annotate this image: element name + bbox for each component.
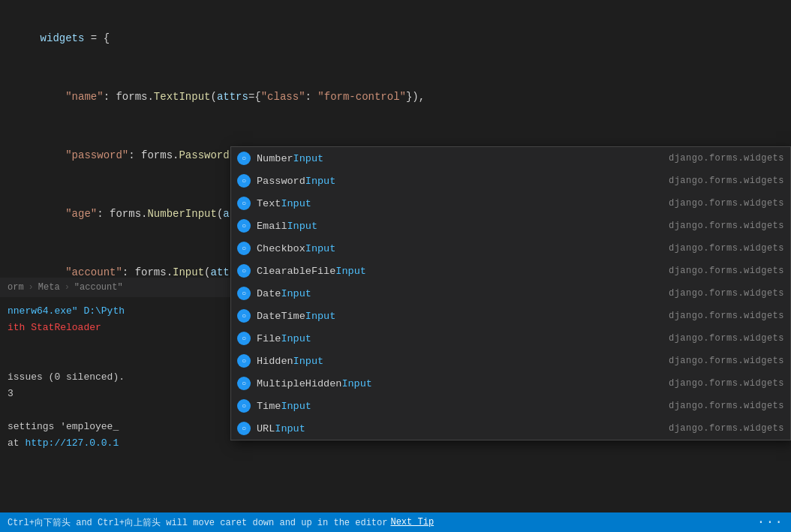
autocomplete-icon-datetimeinput: ○ bbox=[237, 309, 251, 323]
autocomplete-name-hiddeninput: HiddenInput bbox=[257, 356, 669, 367]
autocomplete-name-urlinput: URLInput bbox=[257, 423, 669, 434]
autocomplete-dropdown[interactable]: ○ NumberInput django.forms.widgets ○ Pas… bbox=[230, 146, 791, 440]
autocomplete-source-textinput: django.forms.widgets bbox=[669, 198, 784, 209]
autocomplete-icon-timeinput: ○ bbox=[237, 399, 251, 413]
autocomplete-item-passwordinput[interactable]: ○ PasswordInput django.forms.widgets bbox=[231, 170, 790, 192]
autocomplete-source-checkboxinput: django.forms.widgets bbox=[669, 243, 784, 254]
terminal-line-5: issues (0 silenced). bbox=[8, 369, 225, 386]
breadcrumb: orm › Meta › "account" bbox=[0, 278, 233, 297]
autocomplete-icon-passwordinput: ○ bbox=[237, 174, 251, 188]
autocomplete-item-emailinput[interactable]: ○ EmailInput django.forms.widgets bbox=[231, 215, 790, 237]
terminal-line-1: nnerw64.exe" D:\Pyth bbox=[8, 303, 225, 320]
autocomplete-icon-emailinput: ○ bbox=[237, 219, 251, 233]
autocomplete-name-checkboxinput: CheckboxInput bbox=[257, 243, 669, 254]
autocomplete-icon-multiplehiddeninput: ○ bbox=[237, 377, 251, 390]
autocomplete-source-clearablefileinput: django.forms.widgets bbox=[669, 266, 784, 276]
autocomplete-icon-numberinput: ○ bbox=[237, 152, 251, 165]
terminal-line-3 bbox=[8, 336, 225, 353]
autocomplete-item-timeinput[interactable]: ○ TimeInput django.forms.widgets bbox=[231, 395, 790, 417]
autocomplete-icon-textinput: ○ bbox=[237, 197, 251, 210]
autocomplete-item-checkboxinput[interactable]: ○ CheckboxInput django.forms.widgets bbox=[231, 237, 790, 260]
autocomplete-icon-clearablefileinput: ○ bbox=[237, 264, 251, 278]
terminal-line-8: settings 'employee_ bbox=[8, 419, 225, 435]
autocomplete-name-timeinput: TimeInput bbox=[257, 401, 669, 412]
status-hint: Ctrl+向下箭头 and Ctrl+向上箭头 will move caret … bbox=[8, 516, 434, 529]
breadcrumb-sep-2: › bbox=[65, 282, 70, 293]
autocomplete-name-dateinput: DateInput bbox=[257, 288, 669, 299]
autocomplete-icon-urlinput: ○ bbox=[237, 422, 251, 435]
autocomplete-item-fileinput[interactable]: ○ FileInput django.forms.widgets bbox=[231, 327, 790, 350]
terminal: nnerw64.exe" D:\Pyth ith StatReloader is… bbox=[0, 297, 233, 512]
autocomplete-name-emailinput: EmailInput bbox=[257, 221, 669, 232]
status-right: ··· bbox=[757, 515, 783, 530]
next-tip-button[interactable]: Next Tip bbox=[390, 517, 434, 527]
autocomplete-item-datetimeinput[interactable]: ○ DateTimeInput django.forms.widgets bbox=[231, 305, 790, 327]
autocomplete-item-numberinput[interactable]: ○ NumberInput django.forms.widgets bbox=[231, 147, 790, 170]
autocomplete-item-urlinput[interactable]: ○ URLInput django.forms.widgets bbox=[231, 417, 790, 440]
breadcrumb-sep-1: › bbox=[29, 282, 34, 293]
autocomplete-source-multiplehiddeninput: django.forms.widgets bbox=[669, 378, 784, 389]
terminal-line-4 bbox=[8, 353, 225, 369]
status-dots[interactable]: ··· bbox=[757, 515, 783, 530]
autocomplete-icon-dateinput: ○ bbox=[237, 287, 251, 300]
terminal-line-9: at http://127.0.0.1 bbox=[8, 435, 225, 452]
autocomplete-name-numberinput: NumberInput bbox=[257, 153, 669, 164]
autocomplete-source-numberinput: django.forms.widgets bbox=[669, 153, 784, 164]
autocomplete-name-clearablefileinput: ClearableFileInput bbox=[257, 266, 669, 277]
autocomplete-source-dateinput: django.forms.widgets bbox=[669, 288, 784, 299]
breadcrumb-part-3: "account" bbox=[74, 282, 123, 293]
status-bar: Ctrl+向下箭头 and Ctrl+向上箭头 will move caret … bbox=[0, 512, 791, 532]
terminal-line-7 bbox=[8, 402, 225, 419]
autocomplete-item-clearablefileinput[interactable]: ○ ClearableFileInput django.forms.widget… bbox=[231, 260, 790, 282]
autocomplete-source-hiddeninput: django.forms.widgets bbox=[669, 356, 784, 366]
terminal-line-6: 3 bbox=[8, 386, 225, 402]
autocomplete-item-hiddeninput[interactable]: ○ HiddenInput django.forms.widgets bbox=[231, 350, 790, 372]
autocomplete-source-emailinput: django.forms.widgets bbox=[669, 221, 784, 231]
code-line-1: widgets = { bbox=[15, 9, 791, 68]
autocomplete-source-timeinput: django.forms.widgets bbox=[669, 401, 784, 411]
autocomplete-icon-checkboxinput: ○ bbox=[237, 242, 251, 255]
code-line-2: "name": forms.TextInput(attrs={"class": … bbox=[15, 68, 791, 126]
autocomplete-source-urlinput: django.forms.widgets bbox=[669, 423, 784, 434]
autocomplete-name-multiplehiddeninput: MultipleHiddenInput bbox=[257, 378, 669, 389]
autocomplete-source-passwordinput: django.forms.widgets bbox=[669, 176, 784, 186]
autocomplete-item-dateinput[interactable]: ○ DateInput django.forms.widgets bbox=[231, 282, 790, 305]
autocomplete-icon-fileinput: ○ bbox=[237, 332, 251, 345]
breadcrumb-part-2: Meta bbox=[38, 282, 60, 293]
autocomplete-icon-hiddeninput: ○ bbox=[237, 354, 251, 368]
autocomplete-name-datetimeinput: DateTimeInput bbox=[257, 311, 669, 322]
status-hint-text: Ctrl+向下箭头 and Ctrl+向上箭头 will move caret … bbox=[8, 516, 387, 529]
terminal-line-2: ith StatReloader bbox=[8, 320, 225, 336]
autocomplete-name-passwordinput: PasswordInput bbox=[257, 176, 669, 187]
autocomplete-name-fileinput: FileInput bbox=[257, 333, 669, 344]
autocomplete-source-datetimeinput: django.forms.widgets bbox=[669, 311, 784, 321]
autocomplete-name-textinput: TextInput bbox=[257, 198, 669, 209]
autocomplete-item-multiplehiddeninput[interactable]: ○ MultipleHiddenInput django.forms.widge… bbox=[231, 372, 790, 395]
breadcrumb-part-1: orm bbox=[8, 282, 24, 293]
autocomplete-source-fileinput: django.forms.widgets bbox=[669, 333, 784, 344]
autocomplete-item-textinput[interactable]: ○ TextInput django.forms.widgets bbox=[231, 192, 790, 215]
